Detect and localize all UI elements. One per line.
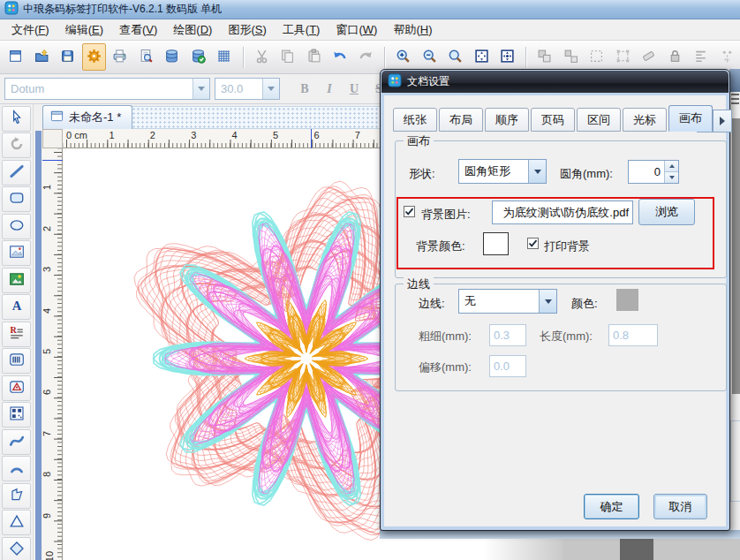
dialog-tab-顺序[interactable]: 顺序 [485,108,529,132]
tool-diamond-button[interactable] [2,537,31,560]
background-color-label: 背景颜色: [416,238,465,254]
new-document-button[interactable] [4,43,28,71]
fit-all-button[interactable] [495,43,520,71]
text-icon: A [9,298,25,316]
spinner-up-button[interactable] [665,161,678,171]
menu-item-文件F[interactable]: 文件(F) [4,20,57,40]
fit-window-button[interactable] [469,43,494,71]
tab-scroll-right-button[interactable] [713,110,732,132]
splitter-bar[interactable] [35,131,42,560]
tool-rich-text-button[interactable]: R [2,322,31,347]
tool-qrcode-button[interactable] [2,402,31,428]
menu-item-帮助H[interactable]: 帮助(H) [385,20,440,40]
svg-text:R: R [10,325,17,335]
tool-polygon-button[interactable] [2,483,31,509]
dialog-tab-页码[interactable]: 页码 [531,108,575,132]
dialog-tab-画布[interactable]: 画布 [668,105,713,132]
triangle-icon [9,513,25,532]
dialog-tab-区间[interactable]: 区间 [577,108,621,132]
panel-splitter[interactable] [34,104,42,560]
tool-triangle-button[interactable] [2,510,31,535]
qrcode-icon [9,405,25,424]
ok-button-label: 确定 [600,499,623,515]
dialog-titlebar[interactable]: 文档设置 [381,71,729,93]
curve-icon [9,433,25,451]
zoom-in-button[interactable] [391,43,416,71]
tool-pointer-button[interactable] [2,106,31,132]
tool-rounded-rect-button[interactable] [2,186,31,212]
dialog-app-icon [388,73,402,90]
settings-icon [87,49,102,66]
border-line-value: 无 [459,290,539,313]
background-image-checkbox[interactable] [404,206,415,217]
window-title: 中琅条码标签打印软件-V6.2.1 数码版 单机 [23,2,222,17]
open-folder-button[interactable] [30,43,55,71]
tool-rotate-button [2,132,31,158]
dialog-tab-光标[interactable]: 光标 [623,108,667,132]
dialog-tab-布局[interactable]: 布局 [439,108,483,132]
grid-button[interactable] [212,43,237,71]
browse-button[interactable]: 浏览 [638,199,695,225]
transform-button [611,43,636,71]
menu-item-图形S[interactable]: 图形(S) [220,20,274,40]
print-button[interactable] [108,43,132,71]
rounded-rect-icon [9,190,25,208]
zoom-icon [448,49,463,66]
tool-barcode-button[interactable] [2,348,31,374]
ok-button[interactable]: 确定 [584,494,639,519]
dialog-tab-纸张[interactable]: 纸张 [393,108,437,132]
border-line-group-title: 边线 [404,276,434,292]
database-check-button[interactable] [186,43,211,71]
zoom-button[interactable] [443,43,468,71]
menu-item-查看V[interactable]: 查看(V) [111,20,165,40]
arrow-down-icon [669,176,675,179]
tool-arc-button[interactable] [2,456,31,481]
chevron-down-icon [545,299,552,304]
background-image-path-field[interactable]: 为底纹测试\防伪底纹.pdf [492,201,633,224]
database-icon [164,49,179,66]
save-button[interactable] [56,43,80,71]
zoom-out-button[interactable] [417,43,442,71]
picture-frame-icon [9,244,25,262]
menu-item-绘图D[interactable]: 绘图(D) [165,20,220,40]
cancel-button[interactable]: 取消 [653,494,707,519]
menu-item-工具T[interactable]: 工具(T) [275,20,328,40]
tool-ellipse-button[interactable] [2,214,31,239]
undo-button[interactable] [328,43,352,71]
document-tab[interactable]: 未命名-1 * [42,105,132,129]
font-family-value: Dotum [5,82,193,95]
tool-shape-button[interactable] [2,375,31,401]
tool-picture-button[interactable] [2,268,31,293]
window-titlebar: 中琅条码标签打印软件-V6.2.1 数码版 单机 [0,0,740,19]
spinner-down-button[interactable] [665,171,678,183]
database-button[interactable] [160,43,185,71]
menu-item-窗口W[interactable]: 窗口(W) [328,20,385,40]
open-folder-icon [34,49,49,66]
shape-combobox[interactable]: 圆角矩形 [458,159,547,184]
redo-button [353,43,378,71]
background-gradient-strip [484,539,563,560]
cut-button [249,43,274,71]
border-length-value: 0.8 [613,329,629,342]
print-background-checkbox[interactable] [527,238,539,249]
border-line-dropdown-button[interactable] [539,290,556,313]
tool-picture-frame-button[interactable] [2,240,31,266]
chevron-down-icon [198,87,205,91]
border-line-combobox[interactable]: 无 [458,289,557,314]
tool-line-button[interactable] [2,160,31,185]
tool-curve-button[interactable] [2,429,31,455]
background-groupbox-fragment [730,420,740,502]
ungroup-icon [563,49,578,66]
ellipse-icon [9,217,25,236]
corner-radius-spinner[interactable]: 0 [628,160,679,184]
tool-text-button[interactable]: A [2,294,31,320]
arc-icon [9,459,25,478]
print-preview-button[interactable] [134,43,159,71]
background-color-swatch[interactable] [483,232,509,255]
border-length-field: 0.8 [608,324,658,346]
settings-button[interactable] [82,43,107,71]
menu-item-编辑E[interactable]: 编辑(E) [57,20,111,40]
shape-dropdown-button[interactable] [528,160,546,183]
database-check-icon [191,49,206,66]
background-dark-block [620,539,653,560]
